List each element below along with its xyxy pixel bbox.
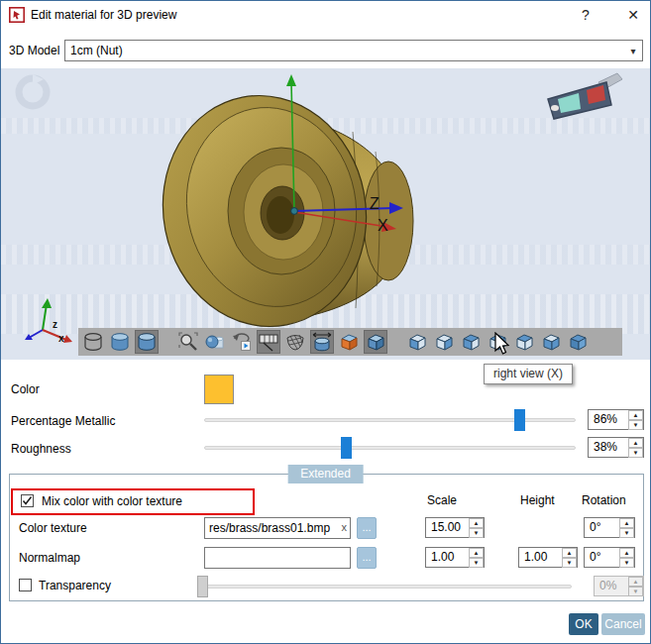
spin-up-icon[interactable]: ▲ (619, 548, 634, 558)
app-icon (9, 7, 25, 23)
orbit-icon (13, 72, 53, 112)
spin-arrows[interactable]: ▲▼ (628, 410, 643, 429)
fit-cylinder-active-icon[interactable] (310, 330, 334, 354)
color-texture-label: Color texture (19, 521, 87, 535)
color-texture-input[interactable] (204, 517, 351, 539)
edit-material-dialog: Edit material for 3D preview ? ✕ 3D Mode… (0, 0, 651, 644)
shaded-cylinder-icon[interactable] (108, 330, 132, 354)
metallic-spinbox[interactable]: 86% ▲▼ (588, 409, 644, 430)
color-swatch[interactable] (204, 375, 234, 404)
spin-down-icon[interactable]: ▼ (619, 528, 634, 538)
roughness-slider-track[interactable] (204, 446, 576, 450)
spin-arrows[interactable]: ▲▼ (469, 548, 484, 567)
rotate-animation-icon[interactable] (230, 330, 254, 354)
browse-color-texture-button[interactable]: ... (357, 517, 377, 539)
axis-x-label: X (378, 217, 388, 234)
ok-button[interactable]: OK (569, 613, 598, 635)
spin-up-icon[interactable]: ▲ (628, 438, 643, 448)
spin-arrows[interactable]: ▲▼ (469, 518, 484, 537)
anaglyph-glasses-icon (544, 70, 629, 126)
color-texture-scale-spinbox[interactable]: 15.00 ▲▼ (425, 517, 485, 538)
spin-arrows[interactable]: ▲▼ (628, 438, 643, 457)
roughness-spinbox[interactable]: 38% ▲▼ (588, 437, 644, 458)
view-cube-iso-icon[interactable] (566, 330, 590, 354)
spin-arrows[interactable]: ▲▼ (562, 548, 577, 567)
transparency-slider-track (197, 585, 572, 589)
clear-texture-icon[interactable]: x (342, 521, 348, 533)
view-cube-left-icon[interactable] (459, 330, 483, 354)
spin-down-icon: ▼ (628, 587, 643, 596)
transparency-slider (197, 576, 572, 597)
edged-cube-active-icon[interactable] (364, 330, 387, 354)
spin-up-icon[interactable]: ▲ (628, 410, 643, 420)
height-header: Height (520, 493, 555, 507)
spin-down-icon[interactable]: ▼ (469, 528, 484, 538)
metallic-slider[interactable] (204, 409, 576, 431)
viewport-grid-active-icon[interactable] (257, 330, 280, 354)
spin-down-icon[interactable]: ▼ (562, 558, 577, 568)
normalmap-rotation-spinbox[interactable]: 0° ▲▼ (584, 547, 635, 568)
color-texture-fieldwrap: x (204, 517, 351, 539)
help-button[interactable]: ? (570, 1, 601, 29)
orientation-gizmo: z x (23, 296, 78, 348)
wireframe-cylinder-icon[interactable] (81, 330, 105, 354)
spin-up-icon[interactable]: ▲ (469, 548, 484, 558)
transparency-slider-handle (197, 576, 208, 597)
view-cube-back-icon[interactable] (432, 330, 456, 354)
spin-down-icon[interactable]: ▼ (628, 448, 643, 458)
normalmap-height-spinbox[interactable]: 1.00 ▲▼ (518, 547, 578, 568)
dropdown-arrow-icon[interactable]: ▾ (624, 46, 642, 56)
zoom-fit-icon[interactable] (176, 330, 200, 354)
color-texture-rotation-spinbox[interactable]: 0° ▲▼ (584, 517, 635, 538)
normalmap-scale-spinbox[interactable]: 1.00 ▲▼ (425, 547, 485, 568)
metallic-value: 86% (589, 410, 628, 429)
model-label: 3D Model (9, 44, 59, 57)
spin-up-icon[interactable]: ▲ (469, 518, 484, 528)
gizmo-x-label: x (58, 333, 64, 344)
roughness-slider[interactable] (204, 437, 576, 459)
preview-viewport[interactable]: Z X z x (1, 68, 650, 360)
transparency-spinbox: 0% ▲▼ (594, 576, 644, 596)
spin-down-icon[interactable]: ▼ (619, 558, 634, 568)
normalmap-input[interactable] (204, 547, 351, 569)
brass-nut-model: Z X (150, 70, 427, 338)
normalmap-scale-value: 1.00 (426, 548, 469, 567)
color-label: Color (11, 382, 40, 396)
view-tooltip: right view (X) (484, 364, 573, 384)
spin-down-icon[interactable]: ▼ (628, 420, 643, 430)
roughness-slider-handle[interactable] (341, 437, 352, 459)
spin-up-icon[interactable]: ▲ (562, 548, 577, 558)
browse-normalmap-button[interactable]: ... (357, 547, 377, 569)
view-cube-bottom-icon[interactable] (539, 330, 563, 354)
mouse-cursor-icon (494, 332, 511, 357)
view-cube-front-icon[interactable] (405, 330, 429, 354)
normalmap-label: Normalmap (19, 551, 80, 565)
model-combobox-value: 1cm (Nut) (65, 44, 624, 57)
title-bar: Edit material for 3D preview ? ✕ (1, 1, 650, 29)
color-texture-rotation-value: 0° (585, 518, 619, 537)
axis-z-label: Z (370, 195, 380, 212)
extended-tab[interactable]: Extended (287, 465, 364, 483)
metallic-slider-handle[interactable] (514, 409, 525, 431)
model-combobox[interactable]: 1cm (Nut) ▾ (64, 40, 643, 61)
cancel-button[interactable]: Cancel (601, 613, 645, 635)
textured-box-icon[interactable] (337, 330, 361, 354)
metallic-label: Percentage Metallic (11, 414, 115, 428)
preview-toolbar (78, 328, 622, 356)
spin-arrows[interactable]: ▲▼ (619, 518, 634, 537)
spin-down-icon[interactable]: ▼ (469, 558, 484, 568)
view-cube-top-icon[interactable] (512, 330, 536, 354)
wire-basket-icon[interactable] (283, 330, 307, 354)
sphere-preview-icon[interactable] (203, 330, 227, 354)
close-button[interactable]: ✕ (617, 1, 649, 29)
transparency-value: 0% (595, 577, 628, 595)
transparency-label: Transparency (39, 579, 111, 592)
spin-arrows[interactable]: ▲▼ (619, 548, 634, 567)
spin-up-icon[interactable]: ▲ (619, 518, 634, 528)
gizmo-z-label: z (53, 319, 57, 330)
normalmap-fieldwrap (204, 547, 351, 569)
roughness-label: Roughness (11, 442, 71, 456)
window-title: Edit material for 3D preview (31, 8, 176, 22)
transparency-checkbox[interactable] (19, 579, 32, 591)
shaded-cylinder-active-icon[interactable] (135, 330, 159, 354)
